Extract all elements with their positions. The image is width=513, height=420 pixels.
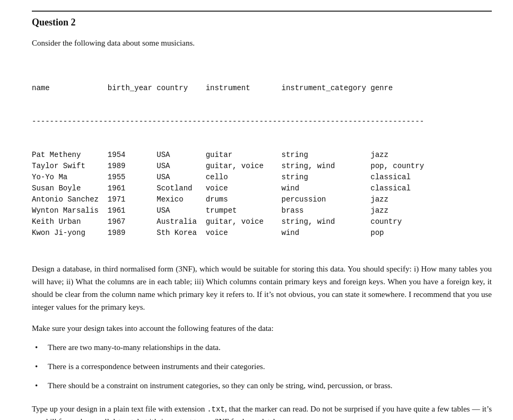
list-item: There should be a constraint on instrume… [42,379,492,392]
table-rows: Pat Metheny 1954 USA guitar string jazzT… [32,150,492,239]
table-row: Antonio Sanchez 1971 Mexico drums percus… [32,194,492,205]
table-row: Wynton Marsalis 1961 USA trumpet brass j… [32,205,492,216]
table-row: Kwon Ji-yong 1989 Sth Korea voice wind p… [32,228,492,239]
bullet-list: There are two many-to-many relationships… [32,341,492,392]
description-text: Design a database, in third normalised f… [32,262,492,313]
features-intro: Make sure your design takes into account… [32,322,492,335]
footer-text: Type up your design in a plain text file… [32,402,492,420]
question-title: Question 2 [32,11,492,28]
table-row: Susan Boyle 1961 Scotland voice wind cla… [32,183,492,194]
table-row: Pat Metheny 1954 USA guitar string jazz [32,150,492,161]
intro-text: Consider the following data about some m… [32,39,492,48]
table-row: Keith Urban 1967 Australia guitar, voice… [32,216,492,228]
list-item: There is a correspondence between instru… [42,360,492,373]
list-item: There are two many-to-many relationships… [42,341,492,354]
table-row: Taylor Swift 1989 USA guitar, voice stri… [32,161,492,172]
table-header: name birth_year country instrument instr… [32,83,492,94]
table-divider: ----------------------------------------… [32,116,492,127]
table-row: Yo-Yo Ma 1955 USA cello string classical [32,172,492,183]
data-table: name birth_year country instrument instr… [32,60,492,250]
